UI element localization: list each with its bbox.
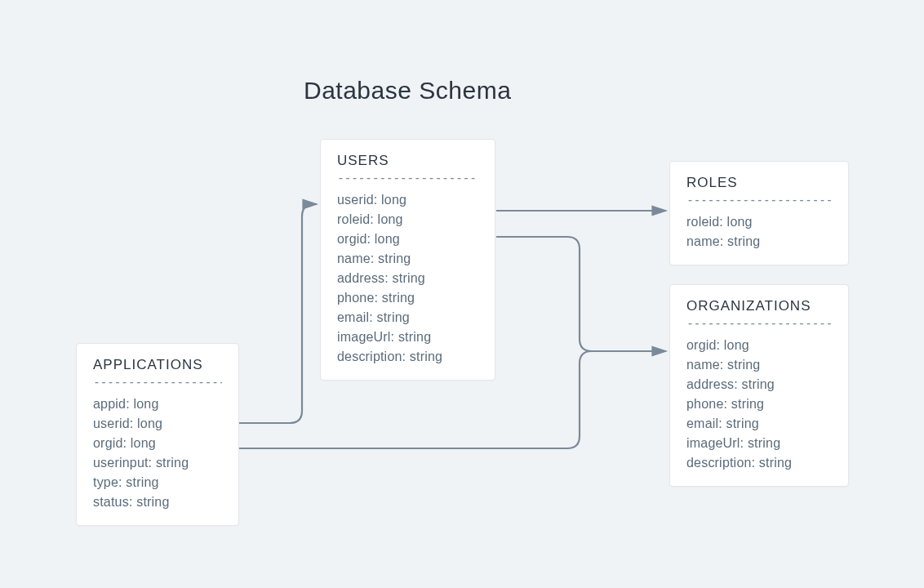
entity-divider: ------------------------ — [686, 193, 832, 207]
entity-field: userid: long — [337, 190, 478, 210]
entity-divider: ------------------------ — [337, 171, 478, 185]
entity-roles-fields: roleid: longname: string — [686, 212, 832, 252]
entity-field: description: string — [337, 347, 478, 367]
entity-field: orgid: long — [337, 229, 478, 249]
entity-field: roleid: long — [337, 210, 478, 229]
diagram-title: Database Schema — [304, 77, 511, 105]
entity-organizations-fields: orgid: longname: stringaddress: stringph… — [686, 336, 832, 473]
entity-field: imageUrl: string — [686, 434, 832, 453]
entity-field: status: string — [93, 492, 222, 512]
entity-field: userinput: string — [93, 453, 222, 473]
entity-users-fields: userid: longroleid: longorgid: longname:… — [337, 190, 478, 367]
entity-field: name: string — [337, 249, 478, 269]
entity-organizations-name: ORGANIZATIONS — [686, 298, 832, 314]
entity-roles: ROLES ------------------------ roleid: l… — [669, 161, 849, 265]
entity-field: phone: string — [686, 394, 832, 414]
entity-field: orgid: long — [93, 434, 222, 453]
entity-field: name: string — [686, 232, 832, 252]
entity-field: email: string — [686, 414, 832, 434]
entity-applications-name: APPLICATIONS — [93, 357, 222, 373]
entity-users: USERS ------------------------ userid: l… — [320, 139, 495, 381]
entity-field: name: string — [686, 355, 832, 375]
entity-field: imageUrl: string — [337, 327, 478, 347]
entity-applications-fields: appid: longuserid: longorgid: longuserin… — [93, 394, 222, 512]
entity-field: appid: long — [93, 394, 222, 414]
entity-field: description: string — [686, 453, 832, 473]
entity-applications: APPLICATIONS ------------------------ ap… — [76, 343, 239, 526]
entity-divider: ------------------------ — [93, 375, 222, 390]
connector-applications-to-users — [239, 204, 317, 423]
entity-field: orgid: long — [686, 336, 832, 355]
entity-field: address: string — [686, 375, 832, 394]
entity-field: type: string — [93, 473, 222, 492]
entity-divider: ------------------------ — [686, 316, 832, 331]
entity-organizations: ORGANIZATIONS ------------------------ o… — [669, 284, 849, 487]
entity-field: roleid: long — [686, 212, 832, 232]
entity-users-name: USERS — [337, 153, 478, 169]
entity-field: phone: string — [337, 288, 478, 308]
entity-field: email: string — [337, 308, 478, 327]
connector-users-to-organizations — [496, 237, 666, 351]
entity-roles-name: ROLES — [686, 175, 832, 191]
entity-field: address: string — [337, 269, 478, 288]
entity-field: userid: long — [93, 414, 222, 434]
